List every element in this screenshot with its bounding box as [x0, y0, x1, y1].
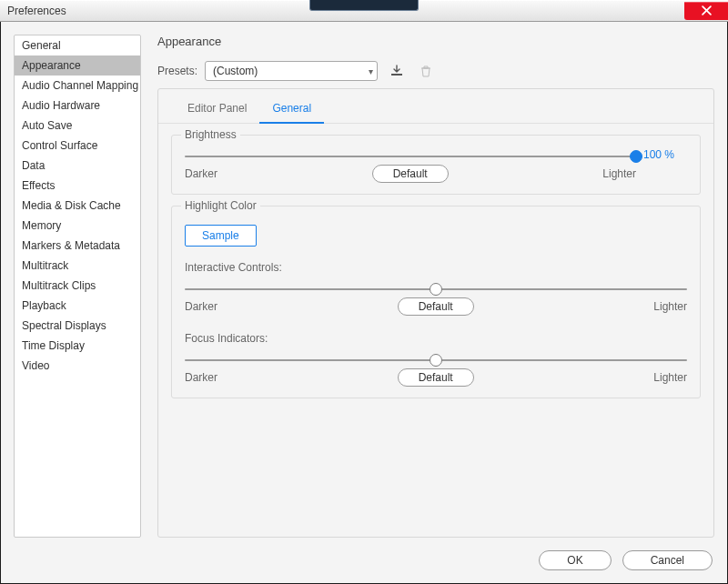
presets-row: Presets: (Custom) ▾ — [157, 61, 714, 81]
focus-default-button[interactable]: Default — [398, 368, 474, 387]
focus-lighter-label: Lighter — [653, 371, 687, 384]
focus-indicators-title: Focus Indicators: — [185, 332, 687, 345]
sidebar-item-spectral-displays[interactable]: Spectral Displays — [15, 316, 140, 336]
sample-button[interactable]: Sample — [185, 225, 257, 247]
sidebar-item-memory[interactable]: Memory — [15, 216, 140, 236]
chevron-down-icon: ▾ — [369, 66, 373, 76]
brightness-slider[interactable]: 100 % — [185, 156, 636, 157]
titlebar: Preferences — [0, 0, 728, 22]
interactive-labels: Darker Default Lighter — [185, 297, 687, 316]
interactive-lighter-label: Lighter — [653, 300, 687, 313]
sidebar-item-time-display[interactable]: Time Display — [15, 336, 140, 356]
brightness-slider-knob[interactable] — [630, 150, 642, 163]
interactive-slider[interactable] — [185, 288, 687, 290]
tab-editor-panel[interactable]: Editor Panel — [175, 96, 259, 123]
highlight-title: Highlight Color — [181, 199, 260, 212]
titlebar-decoration — [259, 0, 469, 13]
sidebar-item-appearance[interactable]: Appearance — [15, 55, 140, 76]
window-body: GeneralAppearanceAudio Channel MappingAu… — [0, 22, 728, 584]
highlight-group: Highlight Color Sample Interactive Contr… — [171, 206, 701, 398]
window-title: Preferences — [7, 5, 66, 17]
sidebar-item-audio-hardware[interactable]: Audio Hardware — [15, 96, 140, 116]
save-preset-icon — [389, 65, 404, 77]
brightness-default-button[interactable]: Default — [372, 165, 449, 183]
close-icon — [702, 5, 712, 15]
sidebar-item-markers-metadata[interactable]: Markers & Metadata — [15, 236, 140, 256]
sidebar-item-multitrack[interactable]: Multitrack — [15, 256, 140, 276]
ok-button[interactable]: OK — [539, 550, 611, 570]
presets-label: Presets: — [157, 65, 197, 77]
interactive-darker-label: Darker — [185, 300, 217, 313]
brightness-labels: Darker Default Lighter — [185, 165, 636, 183]
interactive-default-button[interactable]: Default — [398, 297, 474, 316]
focus-slider-knob[interactable] — [430, 354, 442, 367]
brightness-group: Brightness 100 % Darker Default Lighter — [171, 135, 701, 195]
content-panel: Appearance Presets: (Custom) ▾ — [157, 35, 714, 538]
sidebar-item-media-disk-cache[interactable]: Media & Disk Cache — [15, 196, 140, 216]
brightness-lighter-label: Lighter — [602, 167, 636, 180]
brightness-darker-label: Darker — [185, 167, 217, 180]
appearance-tabs: Editor Panel General Brightness 100 % Da… — [157, 88, 714, 538]
presets-dropdown[interactable]: (Custom) ▾ — [205, 61, 378, 81]
close-button[interactable] — [684, 2, 728, 20]
sidebar-item-audio-channel-mapping[interactable]: Audio Channel Mapping — [15, 76, 140, 96]
brightness-value: 100 % — [643, 148, 674, 161]
delete-preset-button — [416, 63, 436, 79]
presets-value: (Custom) — [213, 65, 258, 77]
cancel-button[interactable]: Cancel — [622, 550, 713, 570]
page-title: Appearance — [157, 35, 714, 48]
save-preset-button[interactable] — [387, 63, 407, 79]
dialog-footer: OK Cancel — [1, 541, 727, 583]
sidebar-item-multitrack-clips[interactable]: Multitrack Clips — [15, 276, 140, 296]
sidebar-item-auto-save[interactable]: Auto Save — [15, 116, 140, 136]
sidebar-item-playback[interactable]: Playback — [15, 296, 140, 316]
sidebar-item-video[interactable]: Video — [15, 356, 140, 376]
interactive-slider-knob[interactable] — [430, 283, 442, 296]
tab-headers: Editor Panel General — [158, 89, 713, 124]
main-area: GeneralAppearanceAudio Channel MappingAu… — [1, 22, 727, 541]
brightness-title: Brightness — [181, 128, 240, 141]
sidebar-item-data[interactable]: Data — [15, 156, 140, 176]
interactive-controls-title: Interactive Controls: — [185, 261, 687, 274]
trash-icon — [420, 65, 431, 77]
sidebar-item-general[interactable]: General — [15, 35, 140, 55]
sidebar-item-effects[interactable]: Effects — [15, 176, 140, 196]
sidebar-item-control-surface[interactable]: Control Surface — [15, 136, 140, 156]
focus-labels: Darker Default Lighter — [185, 368, 687, 387]
focus-darker-label: Darker — [185, 371, 217, 384]
tab-general[interactable]: General — [259, 96, 324, 124]
preferences-sidebar: GeneralAppearanceAudio Channel MappingAu… — [14, 35, 141, 538]
focus-slider[interactable] — [185, 359, 687, 361]
